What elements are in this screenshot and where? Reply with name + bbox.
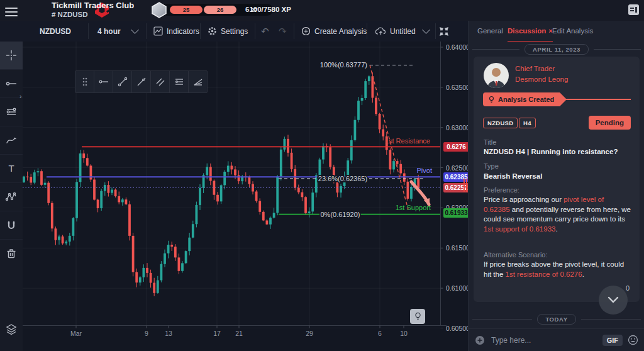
level-label: Pivot xyxy=(417,167,432,174)
text-tool[interactable]: T xyxy=(0,155,23,183)
preference-label: Preference: xyxy=(484,186,519,194)
fullscreen-button[interactable] xyxy=(438,21,450,42)
fib-fan-tool-button[interactable] xyxy=(189,71,207,92)
sidebar-expander[interactable]: › xyxy=(19,93,21,100)
settings-button[interactable]: Settings xyxy=(208,21,248,42)
attach-plus-icon[interactable] xyxy=(475,335,485,345)
type-label: Type xyxy=(484,162,499,170)
indicators-button[interactable]: Indicators xyxy=(153,21,199,42)
chart-area: 1st ResistancePivot23.6%(0.62365)1st Sup… xyxy=(23,42,468,351)
floating-drawing-toolbar xyxy=(75,70,208,93)
tab-edit-analysis[interactable]: Edit Analysis xyxy=(552,21,593,41)
trading-app: Tickmill Traders Club # NZDUSD 25 26 27 … xyxy=(0,0,644,351)
layers-icon xyxy=(5,323,18,335)
timeframe-dropdown[interactable]: 4 hour xyxy=(97,21,121,42)
tag-timeframe: H4 xyxy=(519,118,536,128)
banner-label: Analysis Created xyxy=(498,96,554,103)
time-tick: 17 xyxy=(213,330,221,337)
preference-text: Price is approaching our pivot level of … xyxy=(484,195,631,234)
brush-tool[interactable] xyxy=(0,126,23,155)
fib-retracement-tool-button[interactable] xyxy=(170,71,189,92)
object-tree-tool[interactable] xyxy=(0,316,23,342)
magnet-tool[interactable] xyxy=(0,211,23,240)
emoji-icon[interactable] xyxy=(628,335,638,345)
xabcd-pattern-tool[interactable] xyxy=(0,183,23,211)
svg-text:T: T xyxy=(8,163,14,174)
author-name[interactable]: Desmond Leong xyxy=(515,75,568,83)
create-analysis-button[interactable]: Create Analysis xyxy=(301,21,367,42)
trash-icon xyxy=(5,247,18,260)
crosshair-tool[interactable] xyxy=(0,42,23,70)
timeframe-label: 4 hour xyxy=(97,27,121,36)
extended-line-tool-button[interactable] xyxy=(132,71,151,92)
price-tick: 0.62500 xyxy=(446,164,470,172)
scroll-to-bottom-button[interactable] xyxy=(599,286,628,315)
tab-general[interactable]: General xyxy=(477,21,503,41)
time-tick: Mar xyxy=(70,330,82,337)
analysis-created-banner: Analysis Created xyxy=(483,92,560,106)
time-tick: 9 xyxy=(145,330,148,337)
crosshair-icon xyxy=(5,49,18,62)
symbol-label: NZDUSD xyxy=(40,27,71,36)
level-label: 0%(0.61920) xyxy=(321,211,360,218)
delete-tool[interactable] xyxy=(0,240,23,267)
plus-circle-icon xyxy=(301,26,311,36)
alt-scenario-label: Alternative Scenario: xyxy=(484,251,548,259)
time-tick: 6 xyxy=(378,330,382,337)
lightbulb-icon xyxy=(488,96,495,103)
ray-tool-button[interactable] xyxy=(94,71,113,92)
menu-icon[interactable] xyxy=(5,5,18,15)
message-input[interactable] xyxy=(490,335,597,345)
ray-icon xyxy=(5,77,18,90)
today-divider-label: TODAY xyxy=(537,314,575,325)
parallel-channel-tool-button[interactable] xyxy=(151,71,170,92)
tab-discussion[interactable]: Discussion× xyxy=(508,21,553,42)
today-divider: TODAY xyxy=(472,314,641,325)
level-label: 100%(0.63777) xyxy=(320,61,367,69)
timeframe-chevron-icon[interactable] xyxy=(132,21,138,42)
time-tick: 13 xyxy=(165,330,172,337)
brand: Tickmill Traders Club # NZDUSD xyxy=(52,1,134,19)
title-value: NZDUSD H4 | Running into resistance? xyxy=(484,148,618,155)
price-badge-support: 0.61933 xyxy=(443,208,469,218)
fullscreen-icon xyxy=(438,26,450,37)
undo-icon: ↶ xyxy=(261,26,269,37)
overflow-text-fragment: 0 xyxy=(626,284,630,292)
analysis-card: Chief Trader Desmond Leong Analysis Crea… xyxy=(474,57,640,302)
chevron-down-icon xyxy=(607,296,619,304)
panel-toggle-icon[interactable] xyxy=(628,4,639,15)
price-tick: 0.61000 xyxy=(446,284,470,292)
trend-line-tool-button[interactable] xyxy=(113,71,132,92)
idea-button[interactable] xyxy=(410,309,425,324)
price-badge-resistance: 0.6276 xyxy=(443,142,469,152)
avatar[interactable] xyxy=(484,63,509,88)
price-tick: 0.61500 xyxy=(446,244,470,252)
symbol-button[interactable]: NZDUSD xyxy=(23,21,88,42)
time-axis[interactable]: Mar913172129610 xyxy=(23,330,447,340)
status-badge[interactable]: Pending xyxy=(589,116,631,130)
lightbulb-icon xyxy=(414,312,422,321)
xabcd-pattern-icon xyxy=(5,191,18,203)
top-header: Tickmill Traders Club # NZDUSD 25 26 27 … xyxy=(0,0,644,21)
undo-button[interactable]: ↶ xyxy=(261,21,269,42)
xp-segment-25: 25 xyxy=(170,6,203,14)
gear-icon xyxy=(208,26,217,36)
price-badge-pivot: 0.62385 xyxy=(443,172,469,182)
tag-symbol: NZDUSD xyxy=(483,118,518,128)
drag-handle[interactable] xyxy=(75,71,94,92)
date-divider-label: APRIL 11, 2023 xyxy=(525,44,589,55)
horizontal-levels-tool[interactable] xyxy=(0,98,23,126)
title-label: Title xyxy=(484,138,496,146)
panel-tabs: General Discussion× Edit Analysis xyxy=(468,21,644,42)
chart-toolbar: NZDUSD 4 hour Indicators Settings ↶ ↷ xyxy=(0,21,468,42)
gif-button[interactable]: GIF xyxy=(602,335,623,346)
price-tick: 0.63500 xyxy=(446,84,470,91)
time-tick: 21 xyxy=(235,330,243,337)
time-tick: 29 xyxy=(306,330,313,337)
candles xyxy=(23,72,419,296)
redo-button[interactable]: ↷ xyxy=(279,21,287,42)
create-analysis-label: Create Analysis xyxy=(314,27,367,36)
save-analysis-dropdown[interactable]: Untitled xyxy=(375,21,429,42)
date-divider: APRIL 11, 2023 xyxy=(472,44,641,55)
indicators-icon xyxy=(153,26,163,36)
